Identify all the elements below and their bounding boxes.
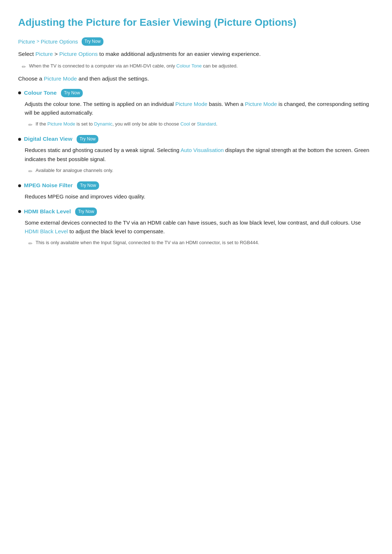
digital-clean-view-note: ✏ Available for analogue channels only. — [28, 167, 374, 175]
breadcrumb: Picture > Picture Options Try Now — [18, 37, 374, 46]
colour-tone-picture-mode-link2[interactable]: Picture Mode — [245, 101, 277, 107]
hdmi-black-level-try-now[interactable]: Try Now — [75, 208, 97, 216]
intro-separator: > — [54, 51, 59, 57]
colour-tone-note-text: If the Picture Mode is set to Dynamic, y… — [36, 120, 217, 128]
picture-mode-link[interactable]: Picture Mode — [44, 75, 77, 82]
colour-tone-header: Colour Tone Try Now — [18, 89, 374, 98]
feature-list: Colour Tone Try Now Adjusts the colour t… — [18, 89, 374, 248]
bullet-dot-colour-tone — [18, 91, 21, 94]
dynamic-link[interactable]: Dynamic — [94, 121, 113, 127]
hdmi-black-level-description: Some external devices connected to the T… — [25, 218, 374, 237]
mpeg-noise-filter-title: MPEG Noise Filter — [24, 181, 73, 190]
colour-tone-try-now[interactable]: Try Now — [61, 89, 83, 97]
pencil-icon-4: ✏ — [28, 239, 33, 247]
intro-paragraph: Select Picture > Picture Options to make… — [18, 50, 374, 59]
pencil-icon-2: ✏ — [28, 121, 33, 129]
colour-tone-picture-mode-link1[interactable]: Picture Mode — [175, 101, 207, 107]
colour-tone-description: Adjusts the colour tone. The setting is … — [25, 100, 374, 118]
bullet-dot-mpeg-noise-filter — [18, 184, 21, 187]
standard-link[interactable]: Standard — [197, 121, 216, 127]
pencil-icon-3: ✏ — [28, 167, 33, 175]
digital-clean-view-description: Reduces static and ghosting caused by a … — [25, 146, 374, 164]
breadcrumb-separator: > — [37, 38, 40, 45]
breadcrumb-picture[interactable]: Picture — [18, 37, 35, 46]
hdmi-black-level-link[interactable]: HDMI Black Level — [25, 228, 68, 234]
digital-clean-view-title: Digital Clean View — [24, 135, 72, 144]
breadcrumb-picture-options[interactable]: Picture Options — [41, 37, 78, 46]
intro-link-picture[interactable]: Picture — [35, 51, 53, 57]
hdmi-dvi-note: ✏ When the TV is connected to a computer… — [22, 62, 374, 71]
colour-tone-title: Colour Tone — [24, 89, 57, 98]
breadcrumb-try-now-badge[interactable]: Try Now — [82, 37, 103, 46]
feature-item-colour-tone: Colour Tone Try Now Adjusts the colour t… — [18, 89, 374, 129]
cool-link[interactable]: Cool — [180, 121, 190, 127]
digital-clean-view-try-now[interactable]: Try Now — [77, 135, 98, 143]
auto-visualisation-link[interactable]: Auto Visualisation — [180, 147, 224, 153]
bullet-dot-digital-clean-view — [18, 138, 21, 141]
digital-clean-view-header: Digital Clean View Try Now — [18, 135, 374, 144]
feature-item-digital-clean-view: Digital Clean View Try Now Reduces stati… — [18, 135, 374, 175]
mpeg-noise-filter-header: MPEG Noise Filter Try Now — [18, 181, 374, 190]
feature-item-mpeg-noise-filter: MPEG Noise Filter Try Now Reduces MPEG n… — [18, 181, 374, 201]
page-title: Adjusting the Picture for Easier Viewing… — [18, 15, 374, 31]
intro-text-before: Select — [18, 51, 34, 57]
hdmi-black-level-header: HDMI Black Level Try Now — [18, 207, 374, 216]
bullet-dot-hdmi-black-level — [18, 210, 21, 213]
picture-mode-link-note[interactable]: Picture Mode — [48, 121, 75, 127]
intro-text-after: to make additional adjustments for an ea… — [99, 51, 261, 57]
intro-link-picture-options[interactable]: Picture Options — [59, 51, 98, 57]
pencil-icon-1: ✏ — [22, 63, 26, 71]
hdmi-dvi-note-text: When the TV is connected to a computer v… — [29, 62, 238, 70]
digital-clean-view-note-text: Available for analogue channels only. — [36, 167, 113, 175]
colour-tone-note: ✏ If the Picture Mode is set to Dynamic,… — [28, 120, 374, 129]
mpeg-noise-filter-try-now[interactable]: Try Now — [77, 181, 99, 190]
mpeg-noise-filter-description: Reduces MPEG noise and improves video qu… — [25, 192, 374, 201]
hdmi-black-level-note-text: This is only available when the Input Si… — [36, 239, 259, 247]
feature-item-hdmi-black-level: HDMI Black Level Try Now Some external d… — [18, 207, 374, 248]
hdmi-black-level-note: ✏ This is only available when the Input … — [28, 239, 374, 247]
colour-tone-link-note[interactable]: Colour Tone — [176, 63, 202, 69]
hdmi-black-level-title: HDMI Black Level — [24, 207, 71, 216]
choose-picture-mode-text: Choose a Picture Mode and then adjust th… — [18, 74, 374, 83]
